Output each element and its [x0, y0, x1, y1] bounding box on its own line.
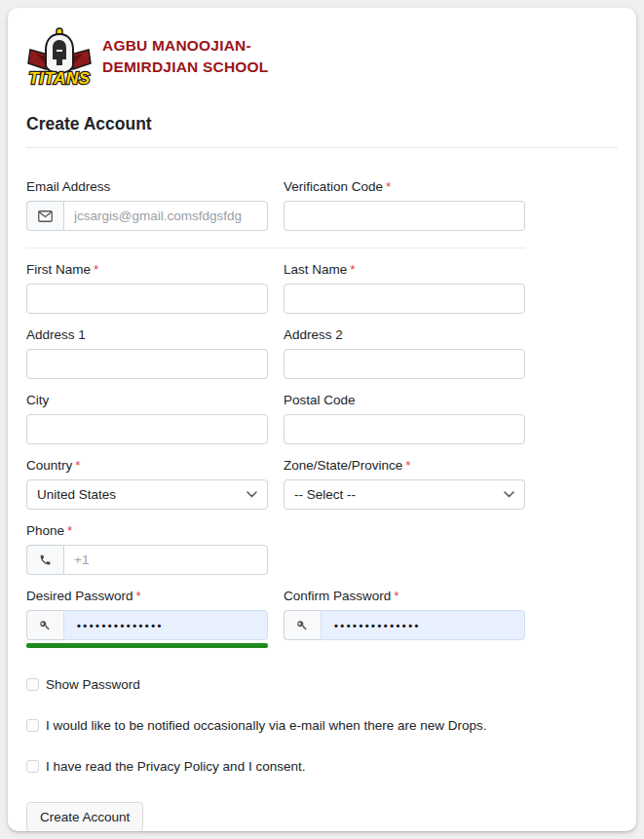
- address2-label: Address 2: [284, 327, 525, 342]
- required-asterisk: *: [75, 458, 80, 473]
- last-name-label: Last Name*: [284, 262, 525, 277]
- svg-text:TITANS: TITANS: [28, 69, 90, 87]
- notify-row: I would like to be notified occasionally…: [26, 718, 618, 733]
- zone-label: Zone/State/Province*: [284, 458, 525, 473]
- required-asterisk: *: [405, 458, 410, 473]
- heading-divider: [26, 147, 618, 148]
- required-asterisk: *: [350, 262, 355, 277]
- email-label: Email Address: [26, 179, 268, 194]
- first-name-label: First Name*: [26, 262, 268, 277]
- privacy-row: I have read the Privacy Policy and I con…: [26, 759, 618, 774]
- required-asterisk: *: [386, 179, 391, 194]
- phone-icon: [26, 545, 63, 575]
- required-asterisk: *: [136, 589, 141, 603]
- address1-label: Address 1: [26, 327, 268, 342]
- logo-header: TITANS AGBU MANOOJIAN- DEMIRDJIAN SCHOOL: [26, 26, 618, 87]
- verification-code-label: Verification Code*: [284, 179, 525, 194]
- section-divider: [26, 248, 525, 248]
- school-name-line2: DEMIRDJIAN SCHOOL: [102, 57, 268, 78]
- titans-logo: TITANS: [26, 26, 93, 87]
- confirm-password-label: Confirm Password*: [284, 589, 525, 603]
- create-account-form: Email Address Verification Code*: [26, 166, 525, 648]
- desired-password-input[interactable]: [63, 610, 268, 640]
- key-icon: [284, 610, 321, 640]
- notify-checkbox[interactable]: [26, 719, 39, 732]
- required-asterisk: *: [94, 262, 98, 277]
- chevron-down-icon: [504, 491, 514, 498]
- phone-label: Phone*: [26, 523, 268, 538]
- school-name: AGBU MANOOJIAN- DEMIRDJIAN SCHOOL: [102, 35, 268, 79]
- privacy-policy-link[interactable]: Privacy Policy: [137, 759, 219, 774]
- last-name-input[interactable]: [284, 284, 525, 314]
- address2-input[interactable]: [284, 349, 525, 379]
- verification-code-input[interactable]: [284, 201, 525, 231]
- key-icon: [26, 610, 63, 640]
- privacy-checkbox[interactable]: [26, 760, 39, 773]
- required-asterisk: *: [394, 589, 398, 603]
- envelope-icon: [26, 201, 63, 231]
- create-account-card: TITANS AGBU MANOOJIAN- DEMIRDJIAN SCHOOL…: [8, 8, 636, 831]
- show-password-row: Show Password: [26, 677, 618, 692]
- show-password-checkbox[interactable]: [26, 678, 39, 691]
- password-strength-bar: [26, 643, 268, 648]
- create-account-button[interactable]: Create Account: [26, 802, 143, 831]
- required-asterisk: *: [67, 523, 72, 538]
- show-password-label: Show Password: [46, 677, 140, 692]
- country-label: Country*: [26, 458, 268, 473]
- zone-selected-value: -- Select --: [294, 487, 356, 502]
- desired-password-label: Desired Password*: [26, 589, 268, 603]
- address1-input[interactable]: [26, 349, 268, 379]
- city-label: City: [26, 393, 268, 407]
- phone-input[interactable]: [63, 545, 268, 575]
- postal-code-input[interactable]: [284, 414, 525, 444]
- zone-select[interactable]: -- Select --: [284, 479, 525, 510]
- postal-code-label: Postal Code: [284, 393, 525, 407]
- chevron-down-icon: [246, 491, 257, 498]
- email-input[interactable]: [63, 201, 268, 231]
- country-select[interactable]: United States: [26, 479, 268, 510]
- city-input[interactable]: [26, 414, 268, 444]
- first-name-input[interactable]: [26, 284, 268, 314]
- country-selected-value: United States: [37, 487, 116, 502]
- confirm-password-input[interactable]: [321, 610, 525, 640]
- page-title: Create Account: [26, 114, 618, 134]
- school-name-line1: AGBU MANOOJIAN-: [102, 35, 268, 57]
- privacy-label: I have read the Privacy Policy and I con…: [46, 759, 305, 774]
- notify-label: I would like to be notified occasionally…: [46, 718, 486, 733]
